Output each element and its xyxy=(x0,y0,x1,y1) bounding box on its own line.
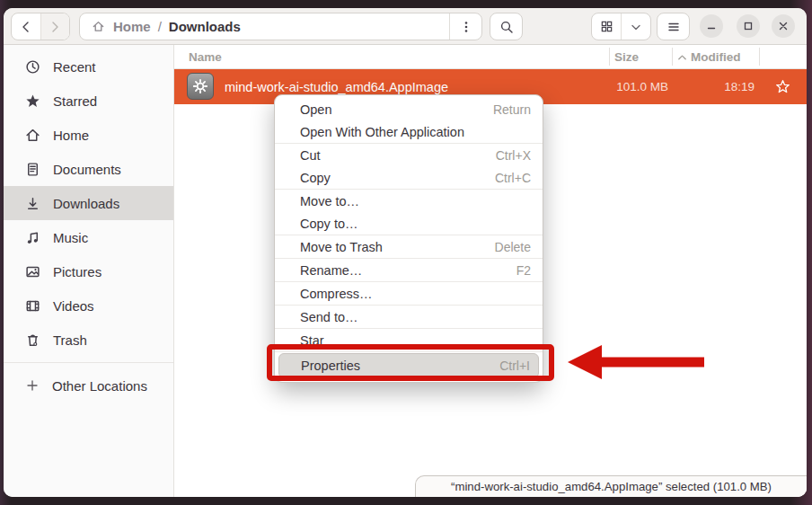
sidebar-item-label: Recent xyxy=(53,59,96,75)
sidebar-item[interactable]: Music xyxy=(4,220,173,254)
file-size: 101.0 MB xyxy=(609,69,668,104)
forward-button[interactable] xyxy=(40,13,70,40)
separator xyxy=(275,351,543,352)
separator xyxy=(4,362,173,363)
sidebar-item-label: Starred xyxy=(53,93,97,109)
context-menu-item[interactable]: Cut Ctrl+X xyxy=(275,144,543,166)
context-menu-item[interactable]: Open With Other Application xyxy=(275,120,543,143)
sidebar-item[interactable]: Videos xyxy=(4,288,173,323)
file-modified-time: 18:19 xyxy=(672,69,755,104)
chevron-left-icon xyxy=(20,21,32,33)
chevron-right-icon xyxy=(49,21,61,33)
sidebar-item-label: Documents xyxy=(53,162,121,177)
search-icon xyxy=(499,20,514,34)
document-icon xyxy=(25,162,40,177)
film-icon xyxy=(25,298,40,314)
sidebar-item[interactable]: Pictures xyxy=(4,254,173,288)
menu-item-label: Move to Trash xyxy=(300,240,383,254)
menu-item-label: Compress… xyxy=(300,287,373,301)
file-manager-window: Home / Downloads Recent Starred xyxy=(4,8,807,497)
context-menu-item[interactable]: Properties Ctrl+I xyxy=(278,353,539,378)
menu-item-shortcut: Ctrl+C xyxy=(495,171,531,185)
clock-icon xyxy=(25,59,40,75)
context-menu-item[interactable]: Compress… xyxy=(275,282,543,305)
context-menu-item[interactable]: Copy Ctrl+C xyxy=(275,166,543,189)
menu-item-shortcut: Ctrl+I xyxy=(499,359,530,373)
sidebar-item-label: Home xyxy=(53,128,89,143)
plus-icon xyxy=(25,378,40,393)
file-star-button[interactable] xyxy=(759,69,807,104)
view-toggle-group xyxy=(591,13,651,40)
grid-icon xyxy=(600,20,613,33)
minimize-icon xyxy=(706,21,717,31)
column-divider xyxy=(609,48,610,66)
column-header-modified[interactable]: Modified xyxy=(677,45,741,69)
grid-view-button[interactable] xyxy=(592,13,621,40)
menu-item-shortcut: Delete xyxy=(495,240,531,254)
appimage-file-icon xyxy=(187,73,214,100)
context-menu-item[interactable]: Send to… xyxy=(275,306,543,328)
context-menu-item[interactable]: Open Return xyxy=(275,98,543,120)
column-divider xyxy=(759,48,760,66)
sidebar-item-label: Pictures xyxy=(53,264,102,279)
sidebar-item-label: Downloads xyxy=(53,196,119,211)
hamburger-icon xyxy=(666,21,681,33)
sidebar-item[interactable]: Home xyxy=(4,118,173,152)
menu-item-label: Cut xyxy=(300,148,321,163)
status-bar: “mind-work-ai-studio_amd64.AppImage” sel… xyxy=(415,475,807,497)
sidebar-item[interactable]: Starred xyxy=(4,84,173,118)
sidebar-item[interactable]: Documents xyxy=(4,152,173,186)
context-menu-item[interactable]: Move to Trash Delete xyxy=(275,235,543,258)
breadcrumb: Home / Downloads xyxy=(79,13,482,40)
picture-icon xyxy=(25,264,40,279)
minimize-button[interactable] xyxy=(700,14,723,38)
column-header-name[interactable]: Name xyxy=(189,45,222,69)
sidebar-item-label: Other Locations xyxy=(52,378,147,394)
gear-icon xyxy=(192,78,208,94)
header-bar: Home / Downloads xyxy=(4,8,807,45)
column-header-size[interactable]: Size xyxy=(614,45,639,69)
maximize-button[interactable] xyxy=(737,14,760,38)
context-menu-item[interactable]: Rename… F2 xyxy=(275,259,543,281)
home-icon xyxy=(92,20,105,33)
download-icon xyxy=(25,196,40,211)
menu-item-label: Properties xyxy=(301,359,360,373)
sidebar-item[interactable]: Other Locations xyxy=(4,368,173,403)
sort-ascending-icon xyxy=(677,53,687,61)
sidebar-item[interactable]: Trash xyxy=(4,323,173,357)
app-menu-button[interactable] xyxy=(657,13,690,40)
context-menu-item[interactable]: Move to… xyxy=(275,190,543,212)
breadcrumb-current[interactable]: Downloads xyxy=(169,19,241,34)
breadcrumb-home[interactable]: Home xyxy=(113,19,151,34)
column-headers: Name Size Modified xyxy=(174,45,807,69)
menu-item-label: Rename… xyxy=(300,263,362,278)
search-button[interactable] xyxy=(490,13,523,40)
menu-item-label: Open xyxy=(300,102,331,117)
sidebar-item-label: Videos xyxy=(53,298,94,314)
selection-status-text: “mind-work-ai-studio_amd64.AppImage” sel… xyxy=(451,480,772,493)
sidebar: Recent Starred Home Documents Downloads xyxy=(4,45,174,497)
menu-item-label: Open With Other Application xyxy=(300,125,464,139)
sidebar-item[interactable]: Recent xyxy=(4,49,173,84)
menu-item-shortcut: Ctrl+X xyxy=(496,148,531,163)
back-button[interactable] xyxy=(12,13,40,40)
navigation-buttons xyxy=(11,13,70,40)
path-menu-button[interactable] xyxy=(450,13,481,40)
menu-item-label: Move to… xyxy=(300,194,359,208)
menu-item-label: Copy to… xyxy=(300,217,357,231)
menu-item-label: Send to… xyxy=(300,310,358,324)
sidebar-item-label: Trash xyxy=(53,332,87,348)
music-icon xyxy=(25,230,40,245)
context-menu-item[interactable]: Copy to… xyxy=(275,212,543,235)
breadcrumb-separator: / xyxy=(158,19,162,34)
star-outline-icon xyxy=(775,79,790,94)
view-options-dropdown[interactable] xyxy=(621,13,650,40)
close-icon xyxy=(778,21,789,31)
close-button[interactable] xyxy=(772,14,795,38)
sidebar-item[interactable]: Downloads xyxy=(4,186,173,220)
maximize-icon xyxy=(743,21,754,31)
menu-item-shortcut: F2 xyxy=(516,263,531,278)
screenshot-root: { "colors": { "selection_orange": "#e256… xyxy=(0,0,812,505)
column-divider xyxy=(672,48,673,66)
context-menu-item[interactable]: Star xyxy=(275,329,543,351)
